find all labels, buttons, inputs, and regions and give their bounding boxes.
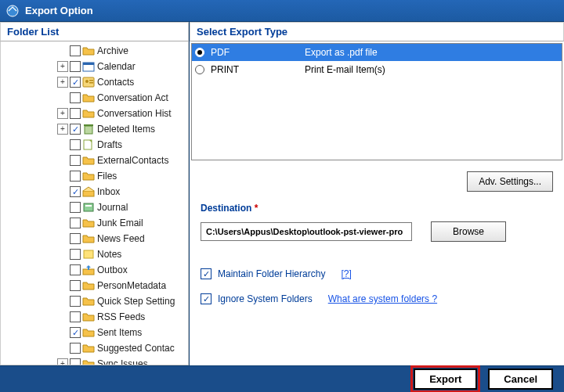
folder-checkbox[interactable] <box>70 45 81 56</box>
tree-item[interactable]: Journal <box>1 200 189 215</box>
folder-checkbox[interactable]: ✓ <box>70 124 81 135</box>
footer: Export Cancel <box>0 365 564 392</box>
tree-item[interactable]: PersonMetadata <box>1 278 189 293</box>
folder-checkbox[interactable] <box>70 202 81 213</box>
tree-item[interactable]: +Sync Issues <box>1 356 189 365</box>
titlebar: Export Option <box>0 0 564 22</box>
svg-rect-6 <box>89 82 93 84</box>
window-title: Export Option <box>25 5 93 16</box>
folder-checkbox[interactable] <box>70 218 81 228</box>
svg-rect-11 <box>84 203 93 211</box>
inbox-icon <box>82 186 95 197</box>
folder-checkbox[interactable] <box>70 343 81 354</box>
folder-checkbox[interactable] <box>70 139 81 150</box>
folder-checkbox[interactable] <box>70 108 81 119</box>
export-desc: Export as .pdf file <box>305 47 378 58</box>
destination-input[interactable] <box>201 222 412 241</box>
folder-label: Quick Step Setting <box>97 296 175 307</box>
folder-icon <box>82 296 95 307</box>
folder-checkbox[interactable]: ✓ <box>70 186 81 197</box>
ignore-system-option[interactable]: ✓ Ignore System Folders What are system … <box>201 293 564 304</box>
folder-label: Conversation Hist <box>97 108 172 119</box>
expand-icon[interactable]: + <box>57 77 68 88</box>
folder-icon <box>82 92 95 103</box>
tree-item[interactable]: Junk Email <box>1 215 189 231</box>
export-radio[interactable] <box>195 48 204 57</box>
tree-item[interactable]: Archive <box>1 43 189 59</box>
calendar-icon <box>82 61 95 72</box>
expand-icon[interactable]: + <box>57 61 68 72</box>
export-button[interactable]: Export <box>414 369 477 390</box>
export-radio[interactable] <box>195 65 204 74</box>
maintain-hierarchy-checkbox[interactable]: ✓ <box>201 268 212 279</box>
ignore-system-checkbox[interactable]: ✓ <box>201 293 212 304</box>
folder-checkbox[interactable]: ✓ <box>70 77 81 88</box>
trash-icon <box>82 124 95 135</box>
system-folders-link[interactable]: What are system folders ? <box>328 293 437 304</box>
tree-item[interactable]: Suggested Contac <box>1 340 189 356</box>
ignore-system-label: Ignore System Folders <box>218 293 313 304</box>
adv-settings-button[interactable]: Adv. Settings... <box>467 171 553 192</box>
folder-label: RSS Feeds <box>97 311 145 322</box>
folder-label: Journal <box>97 202 128 213</box>
svg-rect-2 <box>83 63 94 65</box>
folder-checkbox[interactable] <box>70 233 81 244</box>
cancel-button[interactable]: Cancel <box>488 369 553 390</box>
folder-checkbox[interactable] <box>70 264 81 275</box>
tree-item[interactable]: RSS Feeds <box>1 309 189 325</box>
folder-checkbox[interactable] <box>70 61 81 72</box>
folder-checkbox[interactable] <box>70 311 81 322</box>
export-name: PRINT <box>211 64 305 75</box>
folder-checkbox[interactable]: ✓ <box>70 327 81 338</box>
tree-item[interactable]: News Feed <box>1 231 189 246</box>
tree-item[interactable]: ✓Sent Items <box>1 325 189 340</box>
folder-icon <box>82 233 95 244</box>
tree-item[interactable]: +✓Deleted Items <box>1 121 189 137</box>
folder-label: Sync Issues <box>97 358 148 365</box>
outbox-icon <box>82 264 95 275</box>
expand-icon[interactable]: + <box>57 108 68 119</box>
svg-rect-5 <box>89 80 93 81</box>
expand-icon[interactable]: + <box>57 358 68 365</box>
folder-checkbox[interactable] <box>70 92 81 103</box>
folder-label: Drafts <box>97 139 122 150</box>
tree-item[interactable]: Quick Step Setting <box>1 293 189 309</box>
folder-checkbox[interactable] <box>70 171 81 182</box>
svg-rect-9 <box>84 140 92 149</box>
maintain-hierarchy-option[interactable]: ✓ Maintain Folder Hierarchy [?] <box>201 268 564 279</box>
tree-item[interactable]: Conversation Act <box>1 90 189 106</box>
browse-button[interactable]: Browse <box>431 221 506 242</box>
tree-item[interactable]: ExternalContacts <box>1 153 189 168</box>
tree-item[interactable]: Outbox <box>1 262 189 278</box>
tree-item[interactable]: ✓Inbox <box>1 184 189 200</box>
folder-icon <box>82 343 95 354</box>
export-type-row[interactable]: PDF Export as .pdf file <box>192 44 562 61</box>
folder-icon <box>82 218 95 228</box>
folder-icon <box>82 311 95 322</box>
folder-tree[interactable]: Archive+Calendar+✓ContactsConversation A… <box>0 41 189 365</box>
app-icon <box>6 5 19 17</box>
folder-checkbox[interactable] <box>70 358 81 365</box>
expand-icon[interactable]: + <box>57 124 68 135</box>
folder-icon <box>82 155 95 166</box>
tree-item[interactable]: +Calendar <box>1 59 189 74</box>
folder-icon <box>82 108 95 119</box>
folder-checkbox[interactable] <box>70 296 81 307</box>
tree-item[interactable]: Drafts <box>1 137 189 153</box>
folder-label: Notes <box>97 249 121 260</box>
folder-label: Inbox <box>97 186 120 197</box>
folder-label: Suggested Contac <box>97 343 175 354</box>
tree-item[interactable]: Notes <box>1 246 189 262</box>
tree-item[interactable]: +Conversation Hist <box>1 106 189 121</box>
export-type-row[interactable]: PRINT Print E-mail Item(s) <box>192 61 562 78</box>
tree-item[interactable]: +✓Contacts <box>1 74 189 90</box>
export-type-header: Select Export Type <box>190 22 564 41</box>
maintain-help-link[interactable]: [?] <box>341 268 351 279</box>
folder-checkbox[interactable] <box>70 155 81 166</box>
folder-icon <box>82 327 95 338</box>
tree-item[interactable]: Files <box>1 168 189 184</box>
notes-icon <box>82 249 95 260</box>
svg-rect-10 <box>83 191 94 196</box>
folder-checkbox[interactable] <box>70 280 81 291</box>
folder-checkbox[interactable] <box>70 249 81 260</box>
